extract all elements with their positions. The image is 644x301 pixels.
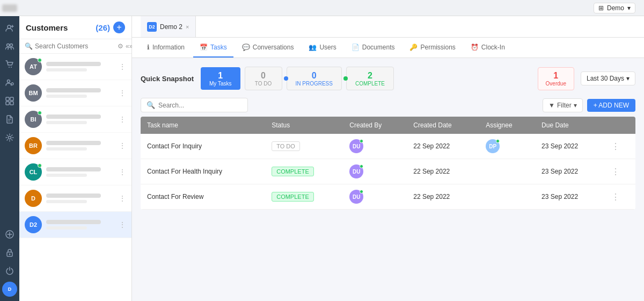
content-area: Quick Snapshot 1 My Tasks 0 TO DO 0 IN P [132, 58, 644, 301]
clock-in-tab-label: Clock-In [481, 44, 505, 51]
row-menu-icon[interactable]: ⋮ [611, 192, 620, 202]
row-actions-cell[interactable]: ⋮ [605, 134, 635, 159]
search-icon: 🔍 [25, 42, 33, 50]
row-menu-icon[interactable]: ⋮ [611, 167, 620, 176]
svg-point-0 [8, 25, 11, 28]
tab-users[interactable]: 👥 Users [302, 38, 342, 58]
tasks-tab-icon: 📅 [200, 44, 208, 51]
nav-icon-lock[interactable] [2, 245, 17, 260]
customer-item-menu[interactable]: ⋮ [119, 141, 126, 150]
conversations-tab-icon: 💬 [242, 44, 250, 51]
tab-documents[interactable]: 📄 Documents [345, 38, 401, 58]
status-cell: TO DO [265, 134, 343, 159]
customer-list-item[interactable]: D ⋮ [19, 185, 131, 212]
nav-icon-people-settings[interactable] [2, 75, 17, 90]
created-date-cell: 22 Sep 2022 [407, 134, 479, 159]
online-dot [38, 163, 42, 168]
customer-list: AT ⋮ BM ⋮ BI ⋮ BR [19, 54, 131, 301]
customer-item-menu[interactable]: ⋮ [119, 115, 126, 124]
global-top-bar: ⊞ Demo ▾ [0, 0, 644, 16]
task-cards: 1 My Tasks 0 TO DO 0 IN PROGRESS 2 [201, 67, 394, 90]
date-range-label: Last 30 Days [587, 75, 624, 82]
my-tasks-label: My Tasks [209, 81, 232, 87]
col-header-created_by: Created By [343, 117, 407, 134]
nav-icon-settings[interactable] [2, 130, 17, 145]
svg-point-4 [10, 44, 13, 47]
add-new-button[interactable]: + ADD NEW [587, 99, 635, 112]
customer-sub-blur [46, 200, 87, 203]
task-name-cell: Contact For Review [141, 184, 265, 210]
filter-button[interactable]: ▼ Filter ▾ [543, 98, 583, 112]
customer-list-item[interactable]: BR ⋮ [19, 133, 131, 159]
customer-list-item[interactable]: D2 ⋮ [19, 212, 131, 238]
nav-icon-add-contact[interactable] [2, 20, 17, 35]
customer-list-item[interactable]: AT ⋮ [19, 54, 131, 80]
customer-item-menu[interactable]: ⋮ [119, 62, 126, 71]
in-progress-count: 0 [312, 70, 317, 81]
tab-conversations[interactable]: 💬 Conversations [236, 38, 301, 58]
table-body: Contact For Inquiry TO DO DU 22 Sep 2022… [141, 134, 635, 210]
customer-list-item[interactable]: BI ⋮ [19, 106, 131, 133]
table-search-input[interactable] [158, 102, 242, 109]
search-input[interactable] [35, 42, 115, 50]
filter-icon[interactable]: ⚙ [118, 42, 123, 50]
documents-tab-label: Documents [362, 44, 395, 51]
customer-item-menu[interactable]: ⋮ [119, 89, 126, 97]
tab-tasks[interactable]: 📅 Tasks [193, 38, 233, 58]
row-actions-cell[interactable]: ⋮ [605, 159, 635, 184]
icon-nav: D [0, 16, 19, 301]
customer-sub-blur [46, 95, 87, 98]
permissions-tab-label: Permissions [420, 44, 455, 51]
col-header-due_date: Due Date [535, 117, 605, 134]
nav-icon-power[interactable] [2, 263, 17, 278]
status-cell: COMPLETE [265, 184, 343, 210]
customer-item-menu[interactable]: ⋮ [119, 194, 126, 203]
customer-sub-blur [46, 147, 87, 150]
main-content: D2 Demo 2 × ℹ Information 📅 Tasks 💬 Conv… [132, 16, 644, 301]
table-search-box: 🔍 [141, 98, 248, 112]
date-range-button[interactable]: Last 30 Days ▾ [581, 71, 635, 85]
nav-icon-add[interactable] [2, 227, 17, 242]
in-progress-card[interactable]: 0 IN PROGRESS [287, 67, 342, 90]
information-tab-icon: ℹ [147, 44, 150, 51]
avatar: D2 [25, 216, 42, 233]
todo-count: 0 [261, 70, 266, 81]
row-actions-cell[interactable]: ⋮ [605, 184, 635, 210]
app-switcher[interactable]: ⊞ Demo ▾ [594, 3, 635, 13]
assignee-cell [479, 159, 535, 184]
created-by-cell: DU [343, 134, 407, 159]
todo-card[interactable]: 0 TO DO [245, 67, 282, 90]
row-menu-icon[interactable]: ⋮ [611, 142, 620, 151]
tab-permissions[interactable]: 🔑 Permissions [403, 38, 462, 58]
table-row: Contact For Health Inquiry COMPLETE DU 2… [141, 159, 635, 184]
svg-rect-11 [6, 97, 9, 101]
nav-user-avatar[interactable]: D [2, 282, 17, 297]
nav-icon-cart[interactable] [2, 57, 17, 72]
online-dot [38, 58, 42, 62]
complete-card[interactable]: 2 COMPLETE [346, 67, 394, 90]
customer-list-item[interactable]: BM ⋮ [19, 80, 131, 106]
customer-item-menu[interactable]: ⋮ [119, 220, 126, 229]
customer-name-blur [46, 88, 101, 92]
todo-label: TO DO [255, 81, 272, 87]
add-customer-button[interactable]: + [113, 22, 125, 33]
customer-name-blur [46, 194, 101, 198]
due-date-cell: 23 Sep 2022 [535, 184, 605, 210]
my-tasks-count: 1 [218, 70, 223, 81]
demo-tab[interactable]: D2 Demo 2 × [141, 16, 196, 37]
nav-icon-documents[interactable] [2, 112, 17, 127]
tab-clock-in[interactable]: ⏰ Clock-In [464, 38, 511, 58]
nav-icon-modules[interactable] [2, 94, 17, 109]
close-tab-icon[interactable]: × [186, 24, 189, 30]
tab-information[interactable]: ℹ Information [141, 38, 191, 58]
quick-snapshot: Quick Snapshot 1 My Tasks 0 TO DO 0 IN P [141, 67, 635, 90]
customer-sub-blur [46, 121, 87, 124]
overdue-label: Overdue [546, 81, 566, 87]
my-tasks-card[interactable]: 1 My Tasks [201, 67, 240, 90]
created-by-avatar: DU [349, 139, 363, 153]
customer-item-menu[interactable]: ⋮ [119, 168, 126, 176]
nav-icon-groups[interactable] [2, 39, 17, 54]
customer-list-item[interactable]: CL ⋮ [19, 159, 131, 185]
complete-count: 2 [368, 70, 372, 81]
customer-info [46, 62, 114, 71]
